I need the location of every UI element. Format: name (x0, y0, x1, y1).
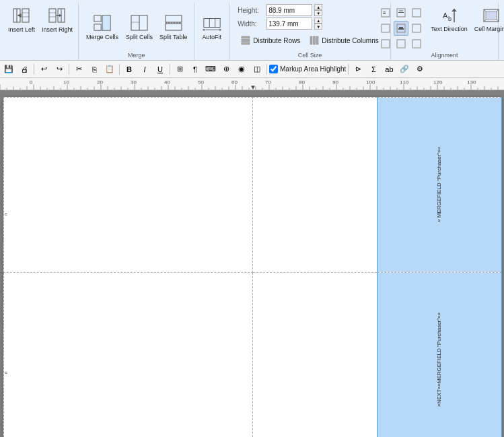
table-cell-2-3[interactable]: «NEXT»«MERGEFIELD "Purchaser"»« (377, 272, 501, 437)
width-input[interactable] (266, 18, 312, 30)
width-down-arrow[interactable]: ▼ (314, 24, 322, 30)
toolbar-btn-14[interactable]: 🔗 (397, 63, 412, 76)
insert-left-icon (12, 6, 31, 25)
cell-size-group-label: Cell Size (229, 52, 390, 59)
svg-rect-47 (412, 40, 421, 48)
svg-rect-15 (102, 15, 110, 30)
toolbar-copy-button[interactable]: ⎘ (87, 63, 102, 76)
distribute-rows-button[interactable]: Distribute Rows (238, 34, 303, 47)
insert-left-button[interactable]: Insert Left (5, 4, 38, 36)
insert-right-icon (48, 6, 67, 25)
svg-rect-39 (412, 9, 421, 17)
alignment-group-label: Alignment (391, 52, 498, 59)
svg-rect-31 (310, 36, 312, 44)
svg-rect-29 (242, 40, 250, 42)
align-top-left-button[interactable]: ≡ (378, 5, 393, 20)
merge-cells-label: Merge Cells (86, 34, 118, 41)
merge-group-label: Merge (79, 52, 194, 59)
align-middle-center-button[interactable] (394, 21, 408, 36)
svg-rect-6 (49, 9, 56, 22)
split-cells-button[interactable]: Split Cells (123, 11, 155, 43)
merge-cells-icon (93, 13, 112, 32)
sort-group: A Z Sort (499, 3, 504, 60)
align-middle-right-button[interactable] (409, 21, 424, 36)
toolbar-btn-8[interactable]: ⊕ (219, 63, 233, 76)
toolbar-sep-2 (69, 64, 69, 75)
align-bottom-left-button[interactable] (378, 36, 393, 51)
align-top-right-button[interactable] (409, 5, 424, 20)
svg-rect-2 (22, 9, 29, 22)
svg-rect-33 (316, 36, 318, 44)
autofit-button[interactable]: AutoFit (199, 4, 225, 50)
toolbar-undo-button[interactable]: ↩ (36, 63, 51, 76)
svg-marker-51 (452, 9, 457, 11)
autofit-label: AutoFit (202, 34, 221, 41)
align-bottom-center-button[interactable] (394, 36, 408, 51)
toolbar-btn-5[interactable]: ⊞ (172, 63, 187, 76)
document-area[interactable]: ¤ ¤ « MERGEFIELD "Purchaser"»« (0, 90, 504, 437)
svg-rect-13 (94, 15, 101, 22)
toolbar-btn-13[interactable]: ab (382, 63, 396, 76)
insert-right-button[interactable]: Insert Right (39, 4, 75, 36)
text-direction-label: Text Direction (431, 26, 468, 33)
width-row: Width: ▲ ▼ (238, 18, 382, 30)
ruler (0, 78, 504, 90)
split-table-icon (164, 13, 183, 32)
width-up-arrow[interactable]: ▲ (314, 18, 322, 24)
toolbar-redo-button[interactable]: ↪ (52, 63, 67, 76)
toolbar-cut-button[interactable]: ✂ (71, 63, 86, 76)
svg-text:≡: ≡ (383, 10, 386, 16)
svg-marker-26 (203, 28, 205, 31)
merge-field-bottom: «NEXT»«MERGEFIELD "Purchaser"»« (436, 312, 442, 407)
table-cell-1-2[interactable] (252, 98, 377, 273)
height-row: Height: ▲ ▼ (238, 4, 382, 16)
row-marker-2: ¤ (5, 370, 7, 376)
table-cell-2-1[interactable] (3, 272, 252, 437)
table-cell-2-2[interactable] (252, 272, 377, 437)
toolbar-btn-15[interactable]: ⚙ (412, 63, 427, 76)
svg-marker-27 (219, 28, 221, 31)
height-up-arrow[interactable]: ▲ (314, 4, 322, 10)
svg-rect-46 (397, 40, 405, 48)
svg-rect-53 (486, 11, 497, 20)
align-middle-left-button[interactable] (378, 21, 393, 36)
split-cells-icon (130, 13, 149, 32)
toolbar-btn-7[interactable]: ⌨ (203, 63, 218, 76)
height-input[interactable] (266, 4, 312, 16)
insert-right-label: Insert Right (42, 26, 73, 34)
width-arrows: ▲ ▼ (314, 18, 322, 30)
toolbar-bold-button[interactable]: B (122, 63, 137, 76)
autofit-icon (203, 13, 221, 32)
text-direction-button[interactable]: A b Text Direction (428, 4, 470, 50)
table-cell-1-1[interactable] (3, 98, 252, 273)
toolbar-italic-button[interactable]: I (137, 63, 152, 76)
split-table-button[interactable]: Split Table (157, 11, 190, 43)
width-label: Width: (238, 20, 264, 28)
toolbar-sep-3 (119, 64, 120, 75)
svg-rect-45 (382, 40, 390, 48)
toolbar-save-button[interactable]: 💾 (1, 63, 16, 76)
table-cell-1-3[interactable]: « MERGEFIELD "Purchaser"»« (377, 98, 501, 273)
toolbar-sep-4 (170, 64, 170, 75)
svg-rect-28 (242, 36, 250, 38)
ruler-canvas (0, 78, 504, 90)
toolbar-underline-button[interactable]: U (153, 63, 168, 76)
svg-rect-22 (204, 18, 220, 27)
toolbar-btn-6[interactable]: ¶ (188, 63, 203, 76)
cell-size-group: Height: ▲ ▼ Width: ▲ ▼ (229, 3, 391, 60)
height-down-arrow[interactable]: ▼ (314, 10, 322, 16)
align-top-center-button[interactable] (394, 5, 408, 20)
merge-field-top: « MERGEFIELD "Purchaser"»« (436, 147, 442, 222)
table-row: «NEXT»«MERGEFIELD "Purchaser"»« (3, 272, 501, 437)
merge-cells-button[interactable]: Merge Cells (83, 5, 122, 51)
toolbar-paste-button[interactable]: 📋 (102, 63, 117, 76)
toolbar-print-button[interactable]: 🖨 (17, 63, 32, 76)
table-row: « MERGEFIELD "Purchaser"»« (3, 98, 501, 273)
text-direction-icon: A b (439, 6, 458, 25)
align-bottom-right-button[interactable] (409, 36, 424, 51)
alignment-group: ≡ (391, 3, 499, 60)
row-marker-1: ¤ (5, 211, 7, 217)
merge-group: Merge Cells Split Cells (79, 3, 194, 60)
distribute-columns-button[interactable]: Distribute Columns (306, 34, 382, 47)
autofit-group: AutoFit (194, 3, 229, 60)
